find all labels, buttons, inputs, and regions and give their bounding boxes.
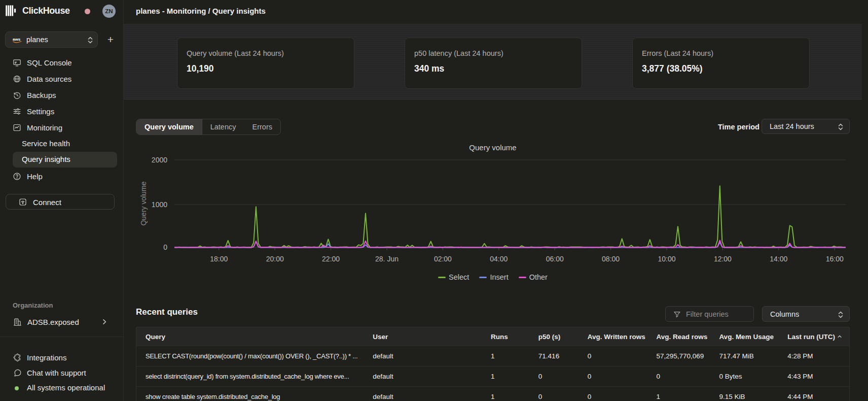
svg-text:Query volume: Query volume bbox=[469, 143, 516, 152]
svg-text:Query volume: Query volume bbox=[139, 181, 148, 225]
svg-text:16:00: 16:00 bbox=[826, 255, 844, 263]
svg-text:10:00: 10:00 bbox=[658, 255, 675, 263]
svg-text:20:00: 20:00 bbox=[266, 255, 284, 263]
svg-text:12:00: 12:00 bbox=[714, 255, 732, 263]
svg-text:1000: 1000 bbox=[152, 201, 167, 209]
svg-text:04:00: 04:00 bbox=[490, 255, 508, 263]
svg-text:0: 0 bbox=[163, 243, 167, 251]
svg-text:06:00: 06:00 bbox=[546, 255, 564, 263]
svg-text:02:00: 02:00 bbox=[434, 255, 452, 263]
svg-text:18:00: 18:00 bbox=[210, 255, 228, 263]
svg-text:08:00: 08:00 bbox=[602, 255, 620, 263]
svg-text:14:00: 14:00 bbox=[770, 255, 787, 263]
svg-text:2000: 2000 bbox=[152, 156, 167, 164]
svg-text:22:00: 22:00 bbox=[322, 255, 340, 263]
svg-text:aws: aws bbox=[13, 37, 21, 42]
svg-text:28. Jun: 28. Jun bbox=[375, 255, 399, 263]
